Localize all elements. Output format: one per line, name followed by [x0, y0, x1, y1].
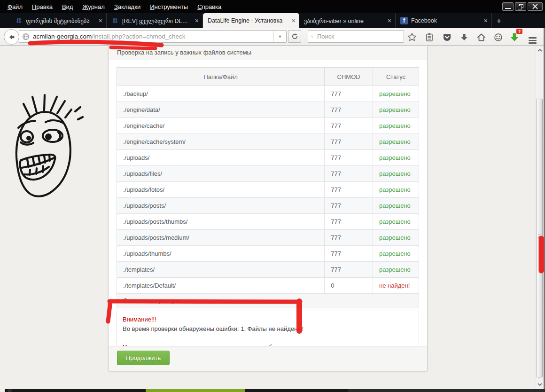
table-header-row: Папка/Файл CHMOD Статус	[117, 68, 419, 86]
tab-close-icon[interactable]: ×	[195, 17, 199, 24]
cell-path: ./engine/data/	[117, 102, 325, 118]
close-icon[interactable]	[528, 2, 543, 11]
url-path: /install.php?action=chmod_check	[92, 33, 185, 40]
tab-title: DataLife Engine - Установка	[208, 17, 288, 24]
url-bar[interactable]: acmilan-georgia.com/install.php?action=c…	[19, 30, 287, 43]
new-tab-button[interactable]: +	[492, 15, 506, 27]
cell-status: разрешено	[373, 166, 419, 182]
cell-path: ./uploads/thumbs/	[117, 246, 325, 262]
tab-close-icon[interactable]: ×	[99, 17, 102, 24]
table-row: ./templates/Default/ 0 не найден!	[117, 278, 419, 294]
tab-title: ფორუმის შეტყობინება	[26, 17, 95, 24]
bookmark-star-icon	[407, 32, 417, 42]
cell-status: разрешено	[373, 134, 419, 150]
cell-status: разрешено	[373, 102, 419, 118]
minimize-icon[interactable]	[502, 2, 514, 11]
browser-tab[interactable]: DataLife Engine - Установка ×	[203, 13, 299, 28]
cell-chmod: 777	[325, 166, 373, 182]
cell-chmod: 777	[325, 182, 373, 198]
browser-tab[interactable]: f Facebook ×	[396, 13, 492, 28]
globe-icon[interactable]	[22, 33, 30, 40]
cell-status: разрешено	[373, 118, 419, 134]
cell-status: разрешено	[373, 262, 419, 278]
cell-path: ./uploads/posts/	[117, 198, 325, 214]
tab-favicon-icon: 8	[111, 17, 119, 24]
download-helper-icon	[510, 32, 519, 42]
cell-status: разрешено	[373, 86, 419, 102]
cell-path: ./backup/	[117, 86, 325, 102]
cell-chmod: 777	[325, 214, 373, 230]
search-box[interactable]	[308, 30, 404, 43]
menu-item[interactable]: Файл	[3, 1, 27, 12]
tab-close-icon[interactable]: ×	[484, 17, 488, 24]
tab-close-icon[interactable]: ×	[388, 17, 391, 24]
cell-chmod: 777	[325, 262, 373, 278]
back-button[interactable]	[4, 29, 19, 45]
scroll-up-button[interactable]	[536, 47, 544, 54]
taskbar-sliver	[5, 389, 545, 392]
table-row: ./uploads/thumbs/ 777 разрешено	[117, 246, 419, 262]
menu-item[interactable]: Вид	[57, 1, 78, 12]
downloads-button[interactable]	[458, 31, 470, 43]
reading-list-icon	[425, 33, 434, 42]
table-row: ./uploads/posts/thumbs/ 777 разрешено	[117, 214, 419, 230]
bookmark-star-button[interactable]	[406, 31, 418, 43]
reading-list-button[interactable]	[423, 31, 436, 43]
table-row: ./uploads/fotos/ 777 разрешено	[117, 182, 419, 198]
continue-button[interactable]: Продолжить	[117, 351, 170, 365]
cell-chmod: 777	[325, 134, 373, 150]
tab-favicon-icon: f	[400, 17, 408, 24]
url-text[interactable]: acmilan-georgia.com/install.php?action=c…	[33, 33, 273, 40]
menu-item[interactable]: Правка	[27, 1, 57, 12]
cell-chmod: 777	[325, 246, 373, 262]
url-dropdown-icon[interactable]: ▼	[273, 31, 286, 42]
emoji-button[interactable]	[492, 31, 504, 43]
vertical-scrollbar[interactable]	[536, 46, 544, 389]
pocket-button[interactable]	[441, 31, 453, 43]
home-button[interactable]	[475, 31, 487, 43]
cell-path: ./templates/	[117, 262, 325, 278]
panel-footer: Продолжить	[109, 346, 427, 371]
menu-bar: Файл Правка Вид Журнал Закладки Инструме…	[0, 0, 545, 13]
search-input[interactable]	[316, 32, 401, 40]
table-row: ./uploads/posts/medium/ 777 разрешено	[117, 230, 419, 246]
cell-path: ./uploads/	[117, 150, 325, 166]
tab-favicon-icon: 8	[15, 17, 23, 24]
cell-status: разрешено	[373, 214, 419, 230]
download-helper-button[interactable]: ?	[508, 31, 521, 43]
tab-title: Facebook	[411, 17, 480, 24]
back-arrow-icon	[8, 33, 16, 41]
navigation-toolbar: acmilan-georgia.com/install.php?action=c…	[0, 28, 545, 46]
cell-status: разрешено	[373, 230, 419, 246]
warning-title: Внимание!!!	[123, 316, 156, 323]
menu-button[interactable]	[526, 34, 538, 47]
search-icon	[311, 33, 313, 40]
menu-item[interactable]: Журнал	[78, 1, 109, 12]
cell-chmod: 777	[325, 150, 373, 166]
cell-chmod: 777	[325, 230, 373, 246]
cell-path: ./uploads/posts/thumbs/	[117, 214, 325, 230]
menu-item[interactable]: Закладки	[109, 1, 145, 12]
tab-title: [REV] ყველაფერი DLE-ს ...	[122, 17, 191, 24]
menu-item[interactable]: Справка	[193, 1, 226, 12]
scroll-down-button[interactable]	[536, 381, 544, 388]
table-row: ./templates/ 777 разрешено	[117, 262, 419, 278]
tab-title: ვაიბერი-viber » online	[304, 17, 384, 24]
browser-tab[interactable]: 8 [REV] ყველაფერი DLE-ს ... ×	[107, 13, 203, 28]
scrollbar-thumb[interactable]	[537, 99, 543, 377]
taskbar-right-segment	[348, 389, 545, 392]
reload-button[interactable]	[288, 30, 301, 43]
cell-status: разрешено	[373, 182, 419, 198]
cell-status: разрешено	[373, 150, 419, 166]
menu-item[interactable]: Инструменты	[145, 1, 193, 12]
restore-icon[interactable]	[515, 2, 526, 11]
browser-tab[interactable]: 8 ფორუმის შეტყობინება ×	[10, 13, 107, 28]
home-icon	[477, 33, 486, 42]
emoji-icon	[494, 33, 503, 42]
cell-path: ./engine/cache/system/	[117, 134, 325, 150]
browser-tab[interactable]: ვაიბერი-viber » online ×	[299, 13, 396, 28]
pocket-icon	[443, 33, 452, 42]
tab-close-icon[interactable]: ×	[292, 17, 296, 24]
url-host: acmilan-georgia.com	[33, 33, 92, 40]
table-row: ./engine/cache/ 777 разрешено	[117, 118, 419, 134]
